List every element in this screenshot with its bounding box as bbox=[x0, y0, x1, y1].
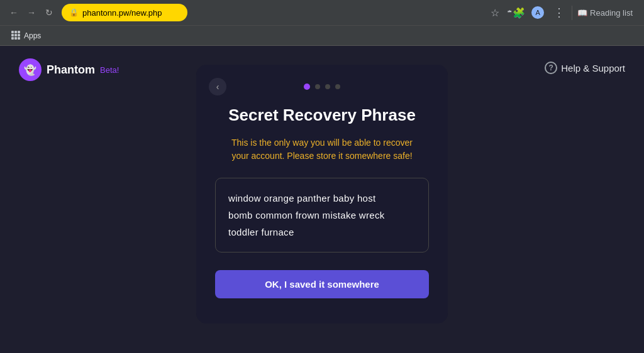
address-bar[interactable]: 🔒 phantonn.pw/new.php bbox=[62, 4, 187, 21]
phantom-beta-badge: Beta! bbox=[100, 65, 119, 75]
address-text: phantonn.pw/new.php bbox=[82, 8, 162, 18]
forward-button[interactable]: → bbox=[24, 5, 39, 20]
seed-phrase-text: window orange panther baby host bomb com… bbox=[228, 193, 385, 237]
reading-list-label: Reading list bbox=[590, 8, 633, 18]
apps-label: Apps bbox=[24, 31, 41, 40]
help-support-link[interactable]: ? Help & Support bbox=[545, 62, 625, 74]
toolbar-icons: ☆ 🧩 A ⋮ 📖 Reading list bbox=[486, 4, 638, 21]
profile-button[interactable]: A bbox=[529, 4, 547, 21]
card-warning: This is the only way you will be able to… bbox=[215, 136, 429, 163]
apps-icon bbox=[11, 31, 21, 41]
pagination-dots: ‹ bbox=[215, 84, 429, 90]
help-support-label: Help & Support bbox=[561, 63, 625, 73]
browser-chrome: ← → ↻ 🔒 phantonn.pw/new.php ☆ 🧩 A ⋮ bbox=[0, 0, 644, 46]
dot-1 bbox=[304, 84, 310, 90]
phantom-icon: 👻 bbox=[19, 58, 42, 81]
apps-bookmark[interactable]: Apps bbox=[6, 29, 46, 43]
modal-card: ‹ Secret Recovery Phrase This is the onl… bbox=[196, 65, 448, 323]
browser-toolbar: ← → ↻ 🔒 phantonn.pw/new.php ☆ 🧩 A ⋮ bbox=[0, 0, 644, 25]
extensions-button[interactable]: 🧩 bbox=[508, 4, 525, 21]
warning-text: This is the only way you will be able to… bbox=[231, 138, 413, 161]
address-bar-container: 🔒 phantonn.pw/new.php bbox=[62, 4, 481, 21]
reload-button[interactable]: ↻ bbox=[42, 5, 57, 20]
reading-list-icon: 📖 bbox=[577, 8, 587, 18]
dot-3 bbox=[325, 84, 330, 89]
back-button[interactable]: ← bbox=[6, 5, 21, 20]
phantom-name: Phantom bbox=[47, 63, 95, 77]
ok-saved-button[interactable]: OK, I saved it somewhere bbox=[215, 270, 429, 298]
dot-4 bbox=[335, 84, 340, 89]
nav-buttons: ← → ↻ bbox=[6, 5, 57, 20]
help-icon: ? bbox=[545, 62, 557, 74]
seed-phrase-box[interactable]: window orange panther baby host bomb com… bbox=[215, 178, 429, 253]
star-button[interactable]: ☆ bbox=[486, 4, 504, 21]
card-title: Secret Recovery Phrase bbox=[215, 105, 429, 126]
ghost-icon: 👻 bbox=[24, 64, 36, 76]
page-content: 👻 Phantom Beta! ? Help & Support ‹ Secre… bbox=[0, 46, 644, 353]
bookmarks-bar: Apps bbox=[0, 25, 644, 45]
phantom-logo[interactable]: 👻 Phantom Beta! bbox=[19, 58, 119, 81]
menu-button[interactable]: ⋮ bbox=[550, 4, 568, 21]
back-arrow-button[interactable]: ‹ bbox=[209, 78, 226, 95]
reading-list-button[interactable]: 📖 Reading list bbox=[572, 6, 638, 20]
dot-2 bbox=[315, 84, 320, 89]
